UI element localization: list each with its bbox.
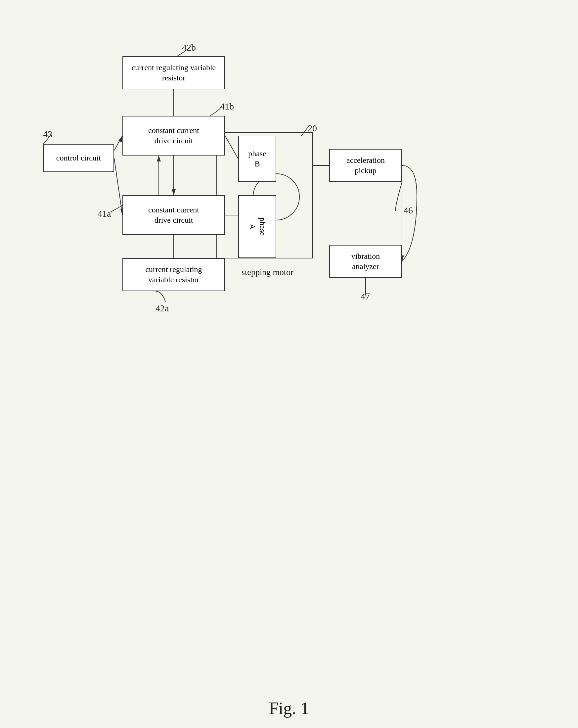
fig-caption: Fig. 1 [269,699,309,718]
box-accel-pickup: accelerationpickup [329,149,402,182]
box-ctrl-43: control circuit [43,144,114,172]
box-crv-42a: current regulatingvariable resistor [123,258,225,291]
box-vibration-analyzer: vibrationanalyzer [329,245,402,278]
lbl-42a: 42a [156,303,169,314]
lbl-46: 46 [404,205,413,216]
box-crv-42b-label: current regulating variable resistor [123,62,224,83]
fig-caption-text: Fig. 1 [269,699,309,718]
box-ccd-41a: constant currentdrive circuit [123,195,225,235]
lbl-stepping-motor: stepping motor [241,267,293,277]
lbl-42b: 42b [182,42,196,53]
box-accel-pickup-label: accelerationpickup [346,155,385,176]
svg-marker-7 [119,136,123,142]
box-ccd-41b: constant currentdrive circuit [123,116,225,156]
svg-line-6 [114,136,123,151]
lbl-41b: 41b [220,101,234,112]
box-crv-42a-label: current regulatingvariable resistor [145,264,202,285]
svg-line-10 [225,136,238,159]
box-phase-b-label: phaseB [248,149,266,169]
lbl-47: 47 [361,291,370,302]
svg-line-8 [114,158,123,215]
box-vibration-analyzer-label: vibrationanalyzer [351,251,380,272]
box-ccd-41b-label: constant currentdrive circuit [148,125,199,146]
svg-marker-2 [172,189,176,195]
lbl-41a: 41a [98,208,111,219]
diagram-container: current regulating variable resistor con… [33,20,545,649]
svg-marker-4 [157,156,161,161]
box-phase-a: phaseA [238,195,276,258]
lbl-43: 43 [43,129,52,140]
lbl-20: 20 [308,123,317,134]
box-phase-b: phaseB [238,136,276,182]
box-crv-42b: current regulating variable resistor [123,56,225,89]
box-ccd-41a-label: constant currentdrive circuit [148,205,199,225]
box-phase-a-label: phaseA [247,218,267,236]
box-ctrl-43-label: control circuit [56,153,101,163]
